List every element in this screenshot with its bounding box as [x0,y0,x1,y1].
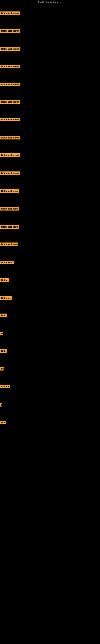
bottleneck-result-badge: Bottleneck result [0,47,20,51]
bottleneck-result-badge: Bottleneck result [0,172,20,175]
bottleneck-badge-container-20: Bott [0,349,7,354]
bottleneck-badge-container-5: Bottleneck result [0,83,20,87]
bottleneck-badge-container-12: Bottleneck resu [0,207,19,211]
bottleneck-result-badge: Bottleneck resu [0,207,19,210]
bottleneck-result-badge: Bottleneck result [0,136,20,140]
bottleneck-result-badge: Bottleneck result [0,100,20,104]
bottleneck-result-badge: Bottlenec [0,296,12,300]
bottleneck-result-badge: Bottleneck result [0,29,20,32]
bottleneck-result-badge: | [0,403,2,406]
bottleneck-badge-container-18: Bott [0,314,7,318]
bottleneck-result-badge: Bottleneck resu [0,242,18,246]
bottleneck-badge-container-11: Bottleneck resu [0,189,19,194]
bottleneck-badge-container-13: Bottleneck resu [0,225,19,230]
bottleneck-badge-container-24: Bot [0,420,6,425]
bottleneck-badge-container-9: Bottleneck result [0,153,20,158]
bottleneck-badge-container-2: Bottleneck result [0,29,20,34]
bottleneck-badge-container-10: Bottleneck result [0,172,20,176]
bottleneck-result-badge: Bottleneck result [0,83,20,86]
bottleneck-result-badge: Bott [0,349,7,353]
bottleneck-result-badge: Bottlen [0,385,10,388]
bottleneck-result-badge: Bot [0,420,6,424]
bottleneck-badge-container-7: Bottleneck result [0,118,20,122]
bottleneck-result-badge: Bottleneck result [0,12,20,15]
bottleneck-result-badge: Bottleneck result [0,64,20,68]
bottleneck-badge-container-8: Bottleneck result [0,136,20,140]
bottleneck-badge-container-19: B [0,332,3,336]
site-title: TheBottlenecker.com [0,0,100,5]
bottleneck-badge-container-6: Bottleneck result [0,100,20,104]
bottleneck-result-badge: Bottleneck result [0,118,20,121]
bottleneck-result-badge: Bottleneck resu [0,225,19,228]
bottleneck-result-badge: Bottleneck resu [0,189,19,193]
bottleneck-badge-container-3: Bottleneck result [0,47,20,52]
bottleneck-badge-container-1: Bottleneck result [0,12,20,16]
bottleneck-result-badge: Bo [0,367,4,370]
bottleneck-result-badge: Bottleneck [0,260,14,264]
bottleneck-badge-container-14: Bottleneck resu [0,242,18,247]
bottleneck-result-badge: Bott [0,314,7,317]
bottleneck-badge-container-17: Bottlenec [0,296,12,301]
bottleneck-badge-container-23: | [0,403,2,407]
bottleneck-result-badge: Bottleneck result [0,153,20,157]
bottleneck-result-badge: B [0,332,3,335]
bottleneck-result-badge: Bottle [0,278,9,282]
bottleneck-badge-container-21: Bo [0,367,4,371]
bottleneck-badge-container-22: Bottlen [0,385,10,389]
bottleneck-badge-container-15: Bottleneck [0,260,14,265]
bottleneck-badge-container-4: Bottleneck result [0,64,20,69]
bottleneck-badge-container-16: Bottle [0,278,9,283]
